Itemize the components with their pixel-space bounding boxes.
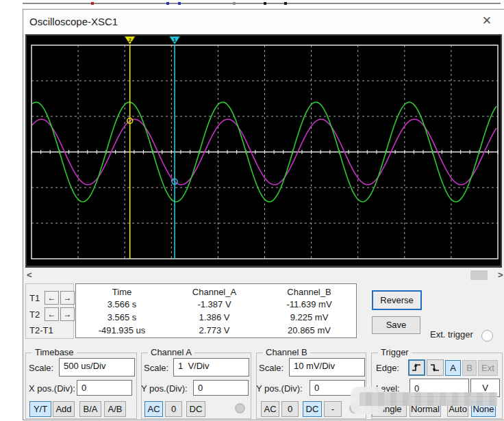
cursor-1-flag-label: 1: [173, 37, 177, 43]
readout-row-t2: 3.565 s 1.386 V 9.225 mV: [76, 311, 356, 324]
channel-a-ypos-label: Y pos.(Div):: [141, 383, 188, 394]
timebase-xpos-input[interactable]: 0: [77, 380, 132, 396]
channel-b-minus-button[interactable]: -: [324, 401, 342, 417]
trigger-source-b-button[interactable]: B: [462, 360, 477, 376]
channel-a-scale-input[interactable]: 1 V/Div: [173, 358, 249, 377]
channel-b-dc-button[interactable]: DC: [303, 401, 322, 417]
t2-left-button[interactable]: ←: [45, 307, 59, 321]
readout-cell: 3.565 s: [76, 311, 168, 324]
cursor-controls: T1 ← → T2 ← → T2-T1: [25, 283, 74, 339]
readout-cell: 20.865 mV: [261, 324, 357, 337]
channel-a-scale-label: Scale:: [144, 363, 168, 373]
background-dot: [284, 2, 287, 5]
ext-trigger-led-icon: [481, 330, 493, 342]
readout-cell: -491.935 us: [76, 324, 168, 337]
timebase-scale-input[interactable]: 500 us/Div: [59, 358, 135, 377]
channel-a-zero-button[interactable]: 0: [165, 401, 182, 417]
channel-b-ac-button[interactable]: AC: [261, 401, 279, 417]
trigger-source-a-button[interactable]: A: [445, 360, 461, 376]
screen: Oscilloscope-XSC1 × 21 < > T1 ← → T2 ← →…: [0, 0, 504, 421]
readout-cell: -1.387 V: [168, 298, 261, 311]
trigger-edge-label: Edge:: [376, 363, 399, 373]
background-schematic-strip: [0, 0, 504, 9]
t2-right-button[interactable]: →: [60, 307, 75, 321]
channel-a-ac-button[interactable]: AC: [144, 401, 163, 417]
readout-row-t1: 3.566 s -1.387 V -11.639 mV: [76, 298, 356, 311]
background-dot: [166, 2, 169, 5]
channel-b-scale-label: Scale:: [259, 363, 284, 373]
readout-cell: 1.386 V: [168, 311, 261, 324]
channel-a-ypos-input[interactable]: 0: [193, 380, 249, 396]
channel-b-scale-input[interactable]: 10 mV/Div: [289, 358, 365, 377]
t1-left-button[interactable]: ←: [45, 291, 59, 305]
readout-header: Time: [76, 287, 168, 298]
readout-header: Channel_A: [168, 287, 261, 298]
channel-a-dc-button[interactable]: DC: [186, 401, 205, 417]
watermark-blur: [360, 392, 497, 406]
t1-label: T1: [29, 293, 40, 303]
falling-edge-icon: [427, 360, 443, 375]
trigger-title: Trigger: [378, 347, 412, 357]
t1-right-button[interactable]: →: [60, 291, 75, 305]
cursor-2-flag-label: 2: [128, 37, 131, 43]
channel-b-zero-button[interactable]: 0: [281, 401, 299, 417]
rising-edge-icon: [410, 361, 424, 374]
timebase-xpos-label: X pos.(Div):: [29, 383, 75, 394]
save-button[interactable]: Save: [372, 316, 420, 334]
readout-header-row: Time Channel_A Channel_B: [76, 284, 356, 298]
scope-horizontal-scrollbar[interactable]: < >: [23, 269, 504, 282]
background-dot: [91, 2, 94, 5]
timebase-mode-add-button[interactable]: Add: [53, 401, 75, 417]
background-dot: [233, 2, 236, 5]
readout-cell: 3.566 s: [76, 298, 168, 311]
readout-cell: 2.773 V: [168, 324, 261, 337]
timebase-mode-yt-button[interactable]: Y/T: [29, 401, 51, 417]
scope-display: 21: [25, 34, 502, 268]
channel-a-led-icon: [235, 403, 245, 413]
scrollbar-left-arrow-icon[interactable]: <: [27, 270, 32, 280]
timebase-mode-ab-button[interactable]: A/B: [104, 401, 126, 417]
readout-row-t2-t1: -491.935 us 2.773 V 20.865 mV: [76, 324, 356, 337]
trigger-source-ext-button[interactable]: Ext: [478, 360, 498, 376]
close-icon[interactable]: ×: [478, 12, 496, 29]
readout-table: Time Channel_A Channel_B 3.566 s -1.387 …: [75, 283, 357, 338]
oscilloscope-window: Oscilloscope-XSC1 × 21 < > T1 ← → T2 ← →…: [23, 9, 504, 420]
scrollbar-right-arrow-icon[interactable]: >: [498, 270, 503, 280]
readout-header: Channel_B: [261, 287, 357, 298]
readout-cell: -11.639 mV: [261, 298, 357, 311]
timebase-title: Timebase: [32, 347, 77, 357]
background-dot: [178, 2, 181, 5]
background-dot: [264, 2, 266, 5]
rising-edge-button[interactable]: [408, 359, 425, 376]
channel-b-title: Channel B: [263, 347, 310, 357]
window-title: Oscilloscope-XSC1: [29, 16, 118, 27]
t2-t1-label: T2-T1: [29, 325, 53, 335]
ext-trigger-label: Ext. trigger: [430, 329, 473, 340]
timebase-mode-ba-button[interactable]: B/A: [79, 401, 101, 417]
titlebar: Oscilloscope-XSC1 ×: [23, 10, 504, 34]
reverse-button[interactable]: Reverse: [372, 290, 422, 310]
channel-b-ypos-label: Y pos.(Div):: [256, 383, 303, 394]
channel-a-title: Channel A: [148, 347, 194, 357]
timebase-scale-label: Scale:: [29, 363, 53, 373]
falling-edge-button[interactable]: [427, 359, 444, 376]
t2-label: T2: [29, 309, 40, 320]
scrollbar-thumb[interactable]: [470, 270, 488, 280]
background-wire: [23, 3, 501, 4]
readout-cell: 9.225 mV: [261, 311, 357, 324]
scope-plot: 21: [27, 36, 501, 266]
